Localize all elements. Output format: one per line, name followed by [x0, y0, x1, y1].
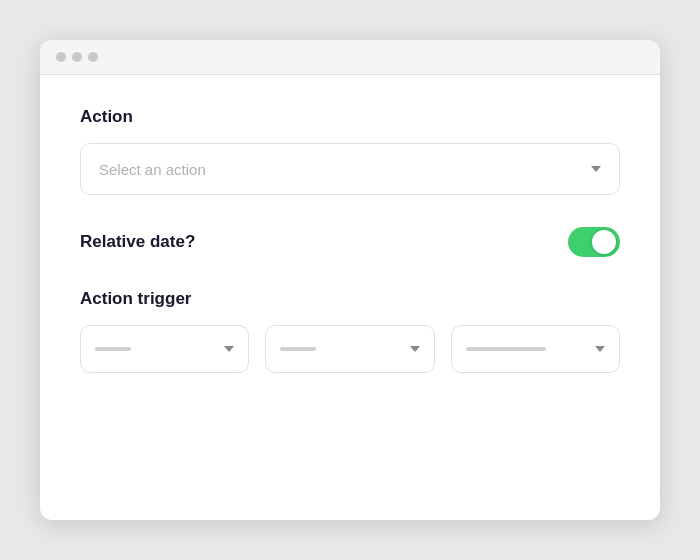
- chevron-down-icon-3: [595, 346, 605, 352]
- chevron-down-icon-2: [410, 346, 420, 352]
- traffic-dot-2: [72, 52, 82, 62]
- mini-dropdowns-row: [80, 325, 620, 373]
- mini-select-1[interactable]: [80, 325, 249, 373]
- traffic-dot-3: [88, 52, 98, 62]
- action-select[interactable]: Select an action: [80, 143, 620, 195]
- title-bar: [40, 40, 660, 75]
- mini-select-bar-2: [280, 347, 316, 351]
- content-area: Action Select an action Relative date? A…: [40, 75, 660, 520]
- traffic-dot-1: [56, 52, 66, 62]
- main-window: Action Select an action Relative date? A…: [40, 40, 660, 520]
- action-trigger-section: Action trigger: [80, 289, 620, 373]
- action-select-placeholder: Select an action: [99, 161, 206, 178]
- action-trigger-label: Action trigger: [80, 289, 620, 309]
- chevron-down-icon: [591, 166, 601, 172]
- mini-select-2[interactable]: [265, 325, 434, 373]
- toggle-knob: [592, 230, 616, 254]
- mini-select-bar-3: [466, 347, 546, 351]
- relative-date-toggle[interactable]: [568, 227, 620, 257]
- action-label: Action: [80, 107, 620, 127]
- mini-select-bar-1: [95, 347, 131, 351]
- chevron-down-icon-1: [224, 346, 234, 352]
- action-section: Action Select an action: [80, 107, 620, 195]
- action-select-wrapper: Select an action: [80, 143, 620, 195]
- relative-date-label: Relative date?: [80, 232, 195, 252]
- relative-date-section: Relative date?: [80, 227, 620, 257]
- mini-select-3[interactable]: [451, 325, 620, 373]
